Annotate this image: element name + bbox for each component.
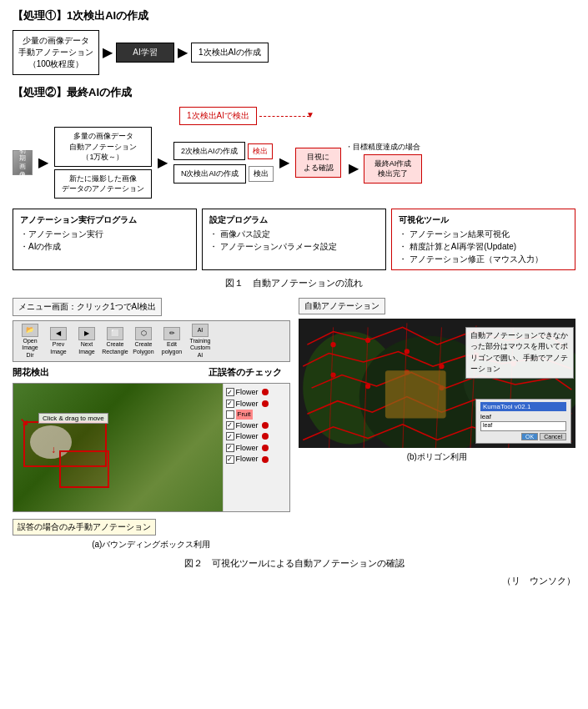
toolbar-btn-train[interactable]: AI TrainingCustomAI [187, 324, 214, 359]
detect-box2: 検出 [249, 166, 274, 182]
error-note: 誤答の場合のみ手動アノテーション [13, 519, 156, 536]
toolbar-btn-rect[interactable]: ⬜ CreateRectangle [102, 327, 128, 355]
label-accuracy: 正誤答のチェック [209, 366, 282, 379]
arrow-to-2nd: ▶ [158, 156, 168, 169]
manual-note-box: 自動アノテーションできなかった部分はマウスを用いてポリゴンで囲い、手動でアノテー… [465, 327, 574, 379]
dot-6 [262, 456, 269, 463]
section1-diagram: 【処理①】1次検出AIの作成 少量の画像データ手動アノテーション（100枚程度）… [13, 8, 575, 75]
center-flow: 2次検出AIの作成 検出 N次検出AIの作成 検出 [173, 142, 274, 184]
image-labels-row: 開花検出 正誤答のチェック [13, 366, 290, 381]
svg-point-11 [365, 338, 370, 343]
svg-rect-20 [384, 370, 445, 418]
prev-label: PrevImage [50, 341, 66, 355]
toolbar: 📂 OpenImageDir ◀ PrevImage ▶ NextImage ⬜… [13, 320, 290, 362]
dot-4 [262, 433, 269, 440]
error-note-wrapper: 誤答の場合のみ手動アノテーション [13, 515, 290, 536]
dialog-input[interactable]: leaf [480, 421, 566, 431]
arrow1: ▶ [103, 46, 113, 59]
check-item-4: ✓ Flower [226, 431, 287, 442]
check-label-2: Flower [236, 399, 259, 410]
sub-caption-right: (b)ポリゴン利用 [299, 451, 576, 463]
initial-image: 初期画像 [13, 150, 33, 175]
auto-annotation-label-wrapper: 自動アノテーション [299, 298, 576, 319]
tool-box1-title: アノテーション実行プログラム [20, 214, 189, 226]
drag-label: Click & drag to move [38, 413, 108, 424]
edit-poly-label: Editpolygon [162, 341, 183, 355]
check-item-6: ✓ Flower [226, 454, 287, 465]
tool-box3-item2: ・ 精度計算とAI再学習(Update) [399, 240, 568, 253]
check-item-5: ✓ Flower [226, 443, 287, 454]
section2-box1b: 新たに撮影した画像データのアノテーション [54, 169, 152, 199]
fig1-caption: 図１ 自動アノテーションの流れ [13, 277, 575, 289]
checkbox-fruit[interactable] [226, 410, 234, 419]
dot-5 [262, 445, 269, 451]
label-detection: 開花検出 [13, 366, 49, 379]
create-poly-label: CreatePolygon [133, 341, 153, 355]
checkbox-3[interactable]: ✓ [226, 421, 234, 430]
tool-box-settings: 設定プログラム ・ 画像パス設定 ・ アノテーションパラメータ設定 [202, 209, 386, 270]
checkbox-6[interactable]: ✓ [226, 455, 234, 464]
final-row: ▶ 最終AI作成検出完了 [345, 154, 422, 184]
manual-note-text: 自動アノテーションできなかった部分はマウスを用いてポリゴンで囲い、手動でアノテー… [470, 331, 568, 374]
section2-title: 【処理②】最終AIの作成 [13, 85, 575, 100]
tool-boxes-section: アノテーション実行プログラム ・アノテーション実行 ・AIの作成 設定プログラム… [13, 209, 575, 270]
check-label-5: Flower [236, 443, 259, 454]
fig2-container: メニュー画面：クリック1つでAI検出 📂 OpenImageDir ◀ Prev… [13, 298, 575, 551]
check-label-4: Flower [236, 431, 259, 442]
fruit-label: Fruit [236, 410, 253, 419]
author-line: （リ ウンソク） [13, 575, 575, 587]
arrow-indicator-2: ↓ [51, 444, 56, 455]
next-icon: ▶ [78, 327, 95, 340]
tool-box1-item2: ・AIの作成 [20, 240, 189, 253]
dialog-cancel-button[interactable]: Cancel [540, 433, 566, 440]
toolbar-btn-edit[interactable]: ✏ Editpolygon [158, 327, 185, 355]
train-ai-label: TrainingCustomAI [189, 338, 210, 359]
tool-box-annotation: アノテーション実行プログラム ・アノテーション実行 ・AIの作成 [13, 209, 197, 270]
check-label-3: Flower [236, 420, 259, 431]
checkbox-1[interactable]: ✓ [226, 388, 234, 396]
open-dir-icon: 📂 [22, 324, 38, 337]
dot-1 [262, 389, 269, 395]
tool-box2-item2: ・ アノテーションパラメータ設定 [209, 240, 379, 253]
section1-title: 【処理①】1次検出AIの作成 [13, 8, 575, 23]
arrow-to-visual: ▶ [279, 156, 289, 169]
section1-flow-row: 少量の画像データ手動アノテーション（100枚程度） ▶ AI学習 ▶ 1次検出A… [13, 30, 575, 75]
second-ai-row: 2次検出AIの作成 検出 [173, 142, 274, 161]
svg-point-16 [330, 372, 335, 377]
toolbar-btn-prev[interactable]: ◀ PrevImage [45, 327, 72, 355]
section1-box1: 少量の画像データ手動アノテーション（100枚程度） [13, 30, 99, 75]
dialog-row1: leaf [480, 413, 566, 420]
left-boxes: 多量の画像データ自動アノテーション（1万枚～） 新たに撮影した画像データのアノテ… [54, 127, 152, 199]
checkbox-5[interactable]: ✓ [226, 444, 234, 452]
svg-point-10 [330, 342, 335, 347]
check-item-fruit: Fruit [226, 410, 287, 419]
toolbar-btn-next[interactable]: ▶ NextImage [73, 327, 100, 355]
section2-main-flow: 初期画像 ▶ 多量の画像データ自動アノテーション（1万枚～） 新たに撮影した画像… [13, 127, 575, 199]
nth-ai-row: N次検出AIの作成 検出 [173, 164, 274, 184]
detection-image: ➜ ↓ Click & drag to move ✓ Flower ✓ Flow… [13, 383, 290, 512]
section2-diagram: 【処理②】最終AIの作成 1次検出AIで検出 ▼ 初期画像 ▶ 多量の画像データ… [13, 85, 575, 199]
edit-poly-icon: ✏ [163, 327, 180, 340]
next-label: NextImage [78, 341, 94, 355]
check-item-3: ✓ Flower [226, 420, 287, 431]
detect-box1: 検出 [248, 143, 273, 159]
sub-dialog: KumaTool v02.1 leaf leaf OK Cancel [475, 399, 571, 444]
visual-confirm-box: 目視による確認 [295, 148, 341, 177]
dialog-ok-button[interactable]: OK [521, 433, 538, 440]
check-item-1: ✓ Flower [226, 387, 287, 398]
toolbar-btn-open[interactable]: 📂 OpenImageDir [17, 324, 43, 359]
checkboxes-panel: ✓ Flower ✓ Flower Fruit ✓ Flower [223, 384, 289, 511]
detection-box-2 [59, 450, 109, 488]
tool-box1-item1: ・アノテーション実行 [20, 228, 189, 240]
dot-3 [262, 422, 269, 429]
section1-box2: AI学習 [116, 43, 174, 63]
polygon-image: 自動アノテーションできなかった部分はマウスを用いてポリゴンで囲い、手動でアノテー… [299, 319, 576, 448]
train-ai-icon: AI [192, 324, 209, 337]
checkbox-2[interactable]: ✓ [226, 400, 234, 408]
checkbox-4[interactable]: ✓ [226, 432, 234, 440]
create-poly-icon: ⬡ [135, 327, 152, 340]
section1-box3: 1次検出AIの作成 [191, 43, 269, 63]
box-2nd-ai: 2次検出AIの作成 [173, 142, 245, 161]
toolbar-btn-polygon[interactable]: ⬡ CreatePolygon [130, 327, 157, 355]
dialog-label1: leaf [480, 413, 491, 420]
